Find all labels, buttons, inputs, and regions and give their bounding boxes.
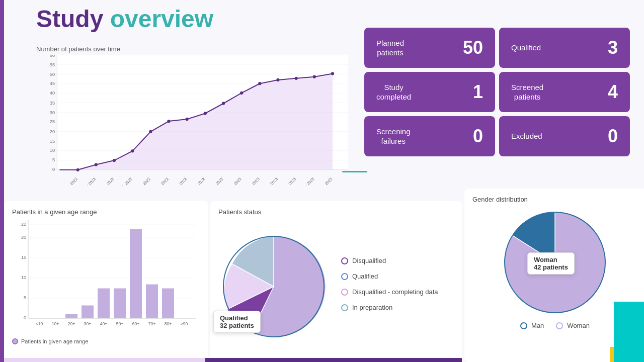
svg-text:80+: 80+ — [165, 321, 172, 326]
legend-item-in-preparation: In preparation — [341, 304, 438, 311]
stat-card-completed[interactable]: Studycompleted 1 — [364, 72, 495, 112]
svg-text:10: 10 — [50, 148, 55, 153]
svg-point-33 — [167, 120, 170, 123]
legend-icon-man — [520, 322, 527, 329]
legend-icon-qualified — [341, 273, 348, 280]
svg-rect-79 — [146, 285, 158, 319]
svg-text:70+: 70+ — [148, 321, 155, 326]
svg-text:5: 5 — [52, 157, 55, 162]
bottom-status-bar — [205, 358, 462, 362]
svg-text:5: 5 — [24, 295, 26, 300]
svg-text:45: 45 — [50, 81, 55, 86]
title-overview: overview — [110, 6, 213, 32]
stat-card-planned[interactable]: Plannedpatients 50 — [364, 28, 495, 68]
legend-label-qualified: Qualified — [352, 273, 378, 280]
svg-rect-74 — [65, 314, 77, 319]
stat-card-excluded[interactable]: Excluded 0 — [499, 116, 630, 156]
bottom-teal-bar — [4, 358, 205, 362]
title-study: Study — [36, 6, 103, 32]
svg-text:60: 60 — [50, 55, 55, 58]
svg-text:Sep. 2022: Sep. 2022 — [154, 177, 170, 186]
svg-point-31 — [131, 149, 134, 152]
svg-text:30: 30 — [50, 110, 55, 115]
svg-text:Jul. 2022: Jul. 2022 — [119, 177, 133, 186]
stat-label-planned: Plannedpatients — [376, 38, 404, 58]
age-legend-icon — [12, 338, 18, 344]
legend-icon-disqualified — [341, 257, 348, 264]
svg-point-38 — [258, 82, 261, 85]
svg-text:10+: 10+ — [52, 321, 59, 326]
svg-rect-78 — [130, 229, 142, 319]
stat-value-completed: 1 — [473, 81, 483, 103]
gender-tooltip-value: 42 patients — [534, 263, 568, 271]
svg-text:0: 0 — [24, 315, 26, 320]
page-header: Study overview — [36, 5, 213, 33]
svg-text:20: 20 — [50, 129, 55, 134]
svg-rect-77 — [114, 289, 126, 319]
status-panel-title: Patients status — [218, 208, 454, 216]
stat-value-screened: 4 — [608, 81, 618, 103]
stat-card-screened[interactable]: Screenedpatients 4 — [499, 72, 630, 112]
svg-point-28 — [76, 168, 79, 171]
svg-rect-80 — [162, 289, 174, 319]
svg-text:Jan. 2023: Jan. 2023 — [227, 177, 242, 186]
legend-item-disq-completing: Disqualified - completing data — [341, 288, 438, 296]
age-panel-title: Patients in a given age range — [12, 208, 200, 216]
svg-point-41 — [313, 75, 316, 78]
stat-label-excluded: Excluded — [511, 131, 542, 141]
svg-text:22: 22 — [21, 222, 26, 227]
svg-text:15: 15 — [50, 139, 55, 144]
svg-text:May 2022: May 2022 — [82, 177, 97, 186]
legend-icon-disq-completing — [341, 289, 348, 296]
svg-text:Jun. 2023: Jun. 2023 — [318, 177, 333, 186]
stat-label-completed: Studycompleted — [376, 82, 411, 102]
stat-card-qualified[interactable]: Qualified 3 — [499, 28, 630, 68]
svg-text:Feb. 2023: Feb. 2023 — [245, 177, 261, 186]
stat-value-planned: 50 — [463, 37, 483, 58]
svg-point-37 — [240, 92, 243, 95]
gender-tooltip-label: Woman — [534, 256, 568, 263]
svg-text:30+: 30+ — [84, 321, 91, 326]
svg-text:20: 20 — [21, 235, 26, 240]
gender-tooltip-woman: Woman 42 patients — [527, 252, 575, 275]
svg-text:Dec. 2022: Dec. 2022 — [208, 177, 224, 186]
svg-point-32 — [149, 130, 152, 133]
pie-tooltip-label: Qualified — [220, 314, 254, 322]
line-chart-svg: 60 55 50 45 40 35 30 25 20 15 10 5 0 — [36, 55, 348, 186]
svg-text:40+: 40+ — [100, 321, 107, 326]
age-legend: Patients in given age range — [12, 338, 200, 344]
svg-point-29 — [95, 163, 98, 166]
svg-point-35 — [204, 112, 207, 115]
line-chart-svg-container: 60 55 50 45 40 35 30 25 20 15 10 5 0 — [36, 55, 348, 186]
stat-card-failures[interactable]: Screeningfailures 0 — [364, 116, 495, 156]
svg-point-36 — [222, 102, 225, 105]
svg-point-30 — [113, 159, 116, 162]
svg-point-39 — [276, 78, 279, 81]
gender-legend: Man Woman — [472, 322, 637, 334]
svg-text:50: 50 — [50, 72, 55, 77]
gender-chart-container: Woman 42 patients — [500, 207, 610, 318]
pie-tooltip-value: 32 patients — [220, 322, 254, 329]
legend-item-woman: Woman — [556, 322, 590, 329]
svg-text:60+: 60+ — [132, 321, 139, 326]
legend-icon-in-preparation — [341, 304, 348, 311]
age-legend-label: Patients in given age range — [21, 338, 88, 344]
status-panel: Patients status — [210, 201, 462, 362]
legend-label-disq-completing: Disqualified - completing data — [352, 288, 438, 296]
svg-text:Oct. 2022: Oct. 2022 — [173, 177, 188, 186]
svg-text:Aug. 2022: Aug. 2022 — [135, 177, 151, 186]
svg-text:Apr. 2022: Apr. 2022 — [63, 177, 78, 186]
bottom-left-bar — [0, 302, 4, 362]
legend-label-woman: Woman — [567, 322, 590, 329]
svg-point-34 — [186, 118, 189, 121]
svg-text:<10: <10 — [36, 321, 43, 326]
svg-text:50+: 50+ — [116, 321, 123, 326]
line-chart-panel: Number of patients over time 60 55 50 — [36, 45, 348, 191]
svg-text:35: 35 — [50, 101, 55, 106]
stat-label-qualified: Qualified — [511, 43, 541, 53]
stat-label-screened: Screenedpatients — [511, 82, 543, 102]
svg-point-40 — [295, 77, 298, 80]
legend-label-man: Man — [531, 322, 544, 329]
stat-value-excluded: 0 — [608, 126, 618, 147]
svg-rect-76 — [98, 289, 110, 319]
